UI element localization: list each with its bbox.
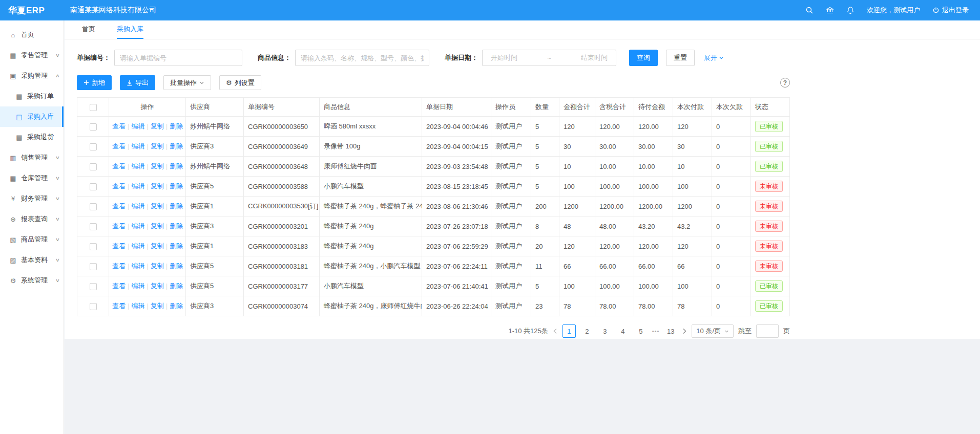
sidebar-item-finance[interactable]: ¥财务管理∨ xyxy=(0,188,64,209)
edit-link[interactable]: 编辑 xyxy=(131,302,144,310)
row-checkbox[interactable] xyxy=(90,223,97,230)
prev-page-button[interactable] xyxy=(553,328,558,334)
row-checkbox[interactable] xyxy=(90,183,97,190)
row-checkbox[interactable] xyxy=(90,243,97,250)
copy-link[interactable]: 复制 xyxy=(151,262,164,270)
sidebar-item-purchase[interactable]: ▣采购管理∧ xyxy=(0,66,64,86)
copy-link[interactable]: 复制 xyxy=(151,122,164,130)
view-link[interactable]: 查看 xyxy=(112,182,126,190)
table-row: 查看|编辑|复制|删除苏州蜗牛网络CGRK00000003648康师傅红烧牛肉面… xyxy=(77,157,790,177)
column-settings-button[interactable]: ⚙ 列设置 xyxy=(219,75,261,90)
delete-link[interactable]: 删除 xyxy=(170,242,183,250)
export-button[interactable]: 导出 xyxy=(120,75,155,90)
edit-link[interactable]: 编辑 xyxy=(131,142,144,150)
delete-link[interactable]: 删除 xyxy=(170,202,183,210)
sidebar-item-sales[interactable]: ▥销售管理∨ xyxy=(0,147,64,168)
tax-total-cell: 10.00 xyxy=(595,157,634,177)
batch-actions-button[interactable]: 批量操作 xyxy=(163,75,211,90)
batch-actions-label: 批量操作 xyxy=(170,78,197,88)
page-size-select[interactable]: 10 条/页 xyxy=(692,324,734,338)
delete-link[interactable]: 删除 xyxy=(170,302,183,310)
delete-link[interactable]: 删除 xyxy=(170,142,183,150)
row-checkbox[interactable] xyxy=(90,163,97,170)
row-checkbox[interactable] xyxy=(90,203,97,210)
view-link[interactable]: 查看 xyxy=(112,162,126,170)
page-button-3[interactable]: 3 xyxy=(598,324,612,338)
delete-link[interactable]: 删除 xyxy=(170,262,183,270)
row-checkbox[interactable] xyxy=(90,303,97,310)
edit-link[interactable]: 编辑 xyxy=(131,222,144,230)
view-link[interactable]: 查看 xyxy=(112,282,126,290)
sidebar-item-report[interactable]: ⊕报表查询∨ xyxy=(0,209,64,229)
page-button-13[interactable]: 13 xyxy=(664,324,677,338)
sidebar-item-product[interactable]: ▧商品管理∨ xyxy=(0,229,64,250)
copy-link[interactable]: 复制 xyxy=(151,142,164,150)
view-link[interactable]: 查看 xyxy=(112,142,126,150)
doc-no-input[interactable] xyxy=(114,50,242,66)
tab-home[interactable]: 首页 xyxy=(82,20,95,39)
edit-link[interactable]: 编辑 xyxy=(131,202,144,210)
view-link[interactable]: 查看 xyxy=(112,202,126,210)
expand-link[interactable]: 展开 xyxy=(704,53,724,62)
view-link[interactable]: 查看 xyxy=(112,262,126,270)
next-page-button[interactable] xyxy=(682,328,687,334)
sidebar-subitem-purchase-return[interactable]: ▤采购退货 xyxy=(0,127,64,147)
copy-link[interactable]: 复制 xyxy=(151,162,164,170)
help-icon[interactable]: ? xyxy=(780,78,790,88)
bank-icon[interactable] xyxy=(826,6,834,14)
delete-link[interactable]: 删除 xyxy=(170,122,183,130)
sidebar-item-retail[interactable]: ▤零售管理∨ xyxy=(0,45,64,66)
search-button[interactable]: 查询 xyxy=(629,50,658,66)
jump-page-input[interactable] xyxy=(756,324,779,338)
edit-link[interactable]: 编辑 xyxy=(131,282,144,290)
bell-icon[interactable] xyxy=(846,6,854,14)
sidebar-subitem-purchase-inbound[interactable]: ▤采购入库 xyxy=(0,106,64,127)
copy-link[interactable]: 复制 xyxy=(151,302,164,310)
view-link[interactable]: 查看 xyxy=(112,242,126,250)
view-link[interactable]: 查看 xyxy=(112,302,126,310)
select-all-checkbox[interactable] xyxy=(90,104,97,111)
edit-link[interactable]: 编辑 xyxy=(131,182,144,190)
search-icon[interactable] xyxy=(805,6,814,14)
edit-link[interactable]: 编辑 xyxy=(131,262,144,270)
copy-link[interactable]: 复制 xyxy=(151,242,164,250)
copy-link[interactable]: 复制 xyxy=(151,222,164,230)
sidebar-item-system[interactable]: ⚙系统管理∨ xyxy=(0,270,64,291)
product-info-input[interactable] xyxy=(295,50,429,66)
delete-link[interactable]: 删除 xyxy=(170,162,183,170)
edit-link[interactable]: 编辑 xyxy=(131,122,144,130)
logout-button[interactable]: 退出登录 xyxy=(932,6,969,15)
date-range-picker[interactable]: 开始时间 ~ 结束时间 xyxy=(482,50,616,66)
reset-button[interactable]: 重置 xyxy=(666,50,695,66)
add-button[interactable]: 新增 xyxy=(77,75,112,90)
delete-link[interactable]: 删除 xyxy=(170,282,183,290)
sidebar-subitem-purchase-order[interactable]: ▤采购订单 xyxy=(0,86,64,106)
status-cell: 未审核 xyxy=(751,216,790,236)
copy-link[interactable]: 复制 xyxy=(151,282,164,290)
page-button-5[interactable]: 5 xyxy=(634,324,648,338)
copy-link[interactable]: 复制 xyxy=(151,202,164,210)
row-checkbox[interactable] xyxy=(90,283,97,290)
delete-link[interactable]: 删除 xyxy=(170,182,183,190)
page-button-4[interactable]: 4 xyxy=(616,324,630,338)
sidebar-subitem-label: 采购退货 xyxy=(27,133,59,142)
sidebar-item-home[interactable]: ⌂首页 xyxy=(0,25,64,45)
copy-link[interactable]: 复制 xyxy=(151,182,164,190)
row-checkbox[interactable] xyxy=(90,123,97,131)
sidebar-item-basic[interactable]: ▨基本资料∨ xyxy=(0,250,64,270)
delete-link[interactable]: 删除 xyxy=(170,222,183,230)
supplier-cell: 供应商1 xyxy=(186,197,244,216)
edit-link[interactable]: 编辑 xyxy=(131,162,144,170)
sidebar-item-warehouse[interactable]: ▦仓库管理∨ xyxy=(0,168,64,188)
page-button-2[interactable]: 2 xyxy=(580,324,594,338)
row-checkbox[interactable] xyxy=(90,143,97,150)
action-separator: | xyxy=(147,122,148,130)
view-link[interactable]: 查看 xyxy=(112,222,126,230)
warehouse-icon: ▦ xyxy=(9,175,17,182)
page-button-1[interactable]: 1 xyxy=(562,324,576,338)
row-checkbox[interactable] xyxy=(90,263,97,270)
tab-purchase-inbound[interactable]: 采购入库 xyxy=(117,20,143,39)
action-separator: | xyxy=(147,162,148,170)
edit-link[interactable]: 编辑 xyxy=(131,242,144,250)
view-link[interactable]: 查看 xyxy=(112,122,126,130)
